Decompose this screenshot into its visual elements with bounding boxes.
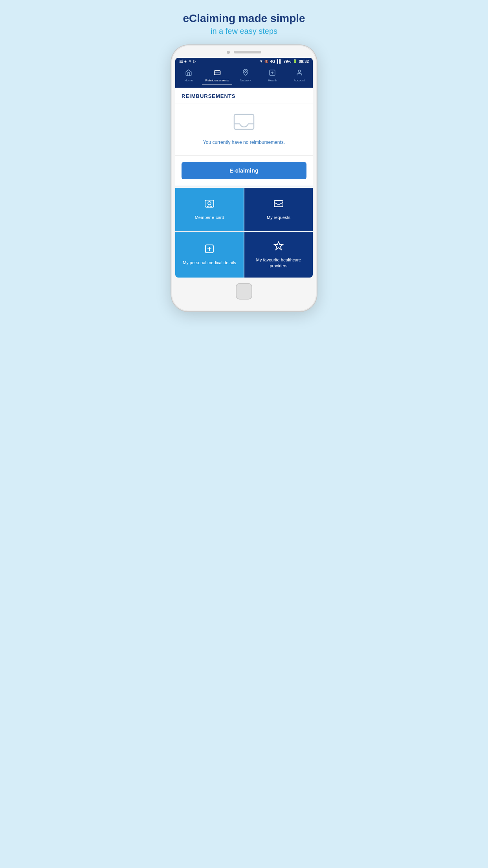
signal-bars-icon: ▌▌: [277, 59, 282, 63]
member-ecard-icon: [204, 198, 215, 211]
health-icon: [269, 69, 276, 77]
eclaiming-button[interactable]: E-claiming: [182, 162, 306, 179]
volume-icon: 🔇: [264, 60, 268, 63]
front-camera: [227, 51, 230, 54]
tile-label-my-requests: My requests: [267, 215, 290, 221]
tiles-grid: Member e-card My requests: [175, 188, 313, 278]
reimbursements-icon: [214, 69, 221, 77]
svg-point-6: [298, 70, 301, 72]
wechat-icon: ❋: [189, 59, 192, 63]
tile-my-medical[interactable]: My personal medical details: [175, 232, 244, 278]
svg-marker-14: [274, 242, 283, 250]
network-icon: [242, 69, 249, 77]
nav-item-account[interactable]: Account: [286, 68, 313, 85]
phone-screen: 🖼 ◈ ❋ ▷ ✳ 🔇 4G ▌▌ 79% 🔋 09:32: [175, 58, 313, 278]
battery-icon: 🔋: [293, 59, 297, 63]
nav-item-reimbursements[interactable]: Reimbursements: [202, 68, 232, 85]
status-right: ✳ 🔇 4G ▌▌ 79% 🔋 09:32: [260, 59, 309, 64]
nav-label-reimbursements: Reimbursements: [205, 79, 229, 82]
home-button[interactable]: [236, 283, 252, 300]
play-icon: ▷: [193, 59, 196, 63]
tile-label-my-medical: My personal medical details: [183, 260, 236, 266]
my-favourite-icon: [273, 241, 284, 253]
status-bar: 🖼 ◈ ❋ ▷ ✳ 🔇 4G ▌▌ 79% 🔋 09:32: [175, 58, 313, 65]
svg-rect-10: [274, 200, 283, 207]
tile-member-ecard[interactable]: Member e-card: [175, 188, 244, 231]
nav-item-home[interactable]: Home: [175, 68, 202, 85]
section-title: REIMBURSEMENTS: [175, 88, 313, 103]
inbox-icon: [233, 113, 255, 133]
nav-item-health[interactable]: Health: [259, 68, 286, 85]
page-wrapper: eClaiming made simple in a few easy step…: [163, 12, 325, 311]
headline: eClaiming made simple in a few easy step…: [183, 12, 305, 36]
tile-my-requests[interactable]: My requests: [244, 188, 313, 231]
nav-bar: Home Reimbursements: [175, 65, 313, 88]
signal-icon: ◈: [184, 59, 187, 63]
tile-label-my-favourite: My favourite healthcare providers: [248, 257, 309, 269]
nav-label-health: Health: [268, 79, 277, 82]
network-label: 4G: [270, 59, 275, 64]
time-label: 09:32: [299, 59, 309, 64]
phone-top: [175, 51, 313, 54]
svg-point-2: [245, 70, 247, 72]
svg-rect-0: [214, 70, 220, 75]
reimbursements-section: REIMBURSEMENTS You currently have no rei…: [175, 88, 313, 186]
headline-main: eClaiming made simple: [183, 12, 305, 25]
status-left-icons: 🖼 ◈ ❋ ▷: [179, 59, 196, 63]
phone-bottom: [175, 283, 313, 300]
inbox-icon-wrapper: [233, 113, 255, 135]
tile-my-favourite[interactable]: My favourite healthcare providers: [244, 232, 313, 278]
nav-label-home: Home: [185, 79, 193, 82]
empty-state-text: You currently have no reimbursements.: [203, 139, 285, 146]
notification-icon: 🖼: [179, 59, 183, 63]
nav-label-account: Account: [294, 79, 305, 82]
battery-label: 79%: [283, 59, 291, 64]
empty-state: You currently have no reimbursements.: [175, 103, 313, 156]
phone-shell: 🖼 ◈ ❋ ▷ ✳ 🔇 4G ▌▌ 79% 🔋 09:32: [171, 45, 317, 312]
my-medical-icon: [204, 243, 215, 256]
account-icon: [296, 69, 303, 77]
nav-item-network[interactable]: Network: [232, 68, 259, 85]
home-icon: [185, 69, 192, 77]
nav-label-network: Network: [240, 79, 251, 82]
speaker-grille: [234, 51, 261, 53]
my-requests-icon: [273, 198, 284, 211]
content-area: REIMBURSEMENTS You currently have no rei…: [175, 88, 313, 278]
headline-sub: in a few easy steps: [183, 27, 305, 36]
svg-point-9: [208, 202, 211, 205]
bluetooth-icon: ✳: [260, 59, 263, 63]
tile-label-member-ecard: Member e-card: [195, 215, 224, 221]
